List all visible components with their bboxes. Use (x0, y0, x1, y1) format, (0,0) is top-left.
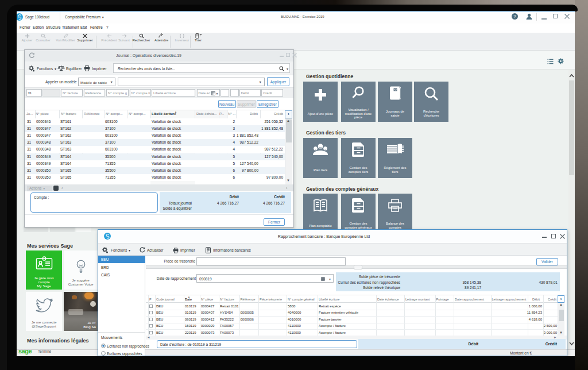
svg-text:?: ? (513, 14, 516, 19)
